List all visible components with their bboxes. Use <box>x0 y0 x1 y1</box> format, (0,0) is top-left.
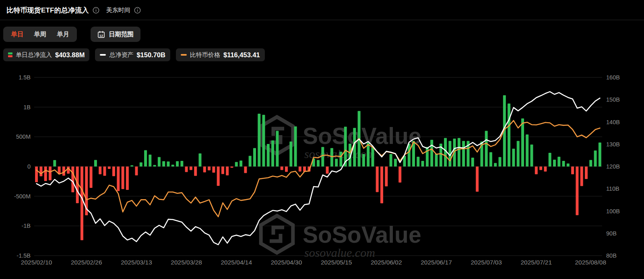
date-range-button[interactable]: 12 日期范围 <box>91 27 140 42</box>
period-tab-group: 单日 单周 单月 <box>3 27 77 42</box>
etf-flow-page: 比特币现货ETF的总净流入 美东时间 单日 单周 单月 12 日期范围 <box>0 0 644 279</box>
right-axis-tick: 110B <box>606 185 619 192</box>
x-axis-tick: 2025/03/28 <box>171 259 202 266</box>
legend-value: $150.70B <box>136 51 165 59</box>
legend-btc-price[interactable]: 比特币价格 $116,453.41 <box>176 48 265 61</box>
flow-chart[interactable]: SoSoValue sosovalue.com SoSoValue sosova… <box>0 66 644 277</box>
legend-row: 单日总净流入 $403.88M 总净资产 $150.70B 比特币价格 $116… <box>3 48 644 61</box>
legend-value: $403.88M <box>55 51 85 59</box>
legend-total-net-assets[interactable]: 总净资产 $150.70B <box>95 48 170 61</box>
legend-label: 总净资产 <box>109 51 133 59</box>
x-axis-tick: 2025/04/14 <box>221 259 252 266</box>
legend-value: $116,453.41 <box>223 51 260 59</box>
chart-canvas[interactable]: SoSoValue sosovalue.com SoSoValue sosova… <box>0 66 644 277</box>
right-axis-tick: 150B <box>606 96 620 103</box>
timezone-label: 美东时间 <box>106 6 130 14</box>
x-axis-tick: 2025/03/13 <box>121 259 152 266</box>
x-axis-tick: 2025/08/08 <box>575 259 606 266</box>
right-axis-tick: 100B <box>606 208 620 214</box>
right-axis-tick: 130B <box>606 141 620 148</box>
legend-label: 单日总净流入 <box>16 51 52 59</box>
left-axis-tick: -1.5B <box>17 252 31 259</box>
x-axis-tick: 2025/07/03 <box>471 259 502 266</box>
timezone-info-icon[interactable] <box>134 7 141 14</box>
left-axis-tick: -500M <box>14 193 31 200</box>
left-axis-tick: -1B <box>21 223 31 229</box>
date-range-label: 日期范围 <box>109 30 134 39</box>
legend-label: 比特币价格 <box>190 51 220 59</box>
toolbar: 单日 单周 单月 12 日期范围 <box>3 27 644 42</box>
x-axis-tick: 2025/06/17 <box>421 259 452 266</box>
daily-flow-bars <box>35 95 601 240</box>
right-axis-tick: 160B <box>606 74 620 81</box>
calendar-icon: 12 <box>97 31 105 38</box>
left-axis-tick: 1B <box>23 104 31 110</box>
x-axis-tick: 2025/06/02 <box>371 259 402 266</box>
x-axis-tick: 2025/04/30 <box>271 259 302 266</box>
left-axis-tick: 500M <box>16 133 31 140</box>
x-axis-tick: 2025/05/15 <box>321 259 352 266</box>
right-axis-tick: 90B <box>606 230 617 237</box>
tab-monthly[interactable]: 单月 <box>52 28 74 41</box>
white-dash-icon <box>100 54 106 56</box>
tab-daily[interactable]: 单日 <box>6 28 29 41</box>
sosovalue-watermark: SoSoValue sosovalue.com <box>261 216 421 259</box>
svg-text:sosovalue.com: sosovalue.com <box>304 246 375 259</box>
orange-dash-icon <box>181 54 187 56</box>
right-axis-tick: 140B <box>606 119 620 125</box>
page-header: 比特币现货ETF的总净流入 美东时间 <box>0 0 644 20</box>
x-axis-tick: 2025/02/26 <box>71 259 102 266</box>
svg-text:SoSoValue: SoSoValue <box>303 222 421 248</box>
left-axis-tick: 0 <box>27 163 31 170</box>
left-axis-tick: 1.5B <box>19 74 31 81</box>
right-axis-tick: 80B <box>606 252 617 259</box>
x-axis-tick: 2025/07/21 <box>521 259 552 266</box>
tab-weekly[interactable]: 单周 <box>29 28 52 41</box>
info-icon[interactable] <box>93 7 99 14</box>
legend-daily-net-inflow[interactable]: 单日总净流入 $403.88M <box>3 48 89 61</box>
right-axis-tick: 120B <box>606 163 620 170</box>
svg-text:12: 12 <box>99 33 103 37</box>
page-title: 比特币现货ETF的总净流入 <box>6 6 89 15</box>
pos-neg-bars-icon <box>8 52 12 57</box>
x-axis-tick: 2025/02/10 <box>21 259 52 266</box>
